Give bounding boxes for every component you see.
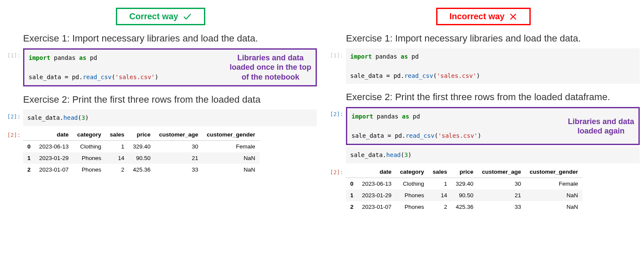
table-cell: 329.40 [129,140,155,152]
input-prompt: [1]: [4,48,23,59]
table-cell: 2023-01-29 [358,190,396,201]
table-header: price [129,129,155,141]
table-cell: 14 [106,152,129,164]
code-block: import pandas as pd sale_data = pd.read_… [346,48,640,84]
correct-title-text: Correct way [129,12,178,21]
table-cell: 30 [155,140,203,152]
row-index: 0 [23,140,35,152]
table-cell: 2023-01-07 [358,201,396,213]
code-cell-2: [2]: import pandas as pd sale_data = pd.… [327,107,640,163]
incorrect-title-text: Incorrect way [449,12,505,21]
table-cell: 1 [428,178,452,190]
dataframe-table: datecategorysalespricecustomer_agecustom… [23,129,260,175]
table-header [346,166,358,178]
table-header: category [396,166,428,178]
table-cell: 30 [478,178,526,190]
table-cell: 21 [155,152,203,164]
table-cell: NaN [203,152,260,164]
input-prompt: [1]: [327,48,346,59]
table-cell: 1 [106,140,129,152]
exercise-1-heading: Exercise 1: Import necessary libraries a… [346,33,640,44]
table-cell: 14 [428,190,452,201]
table-cell: Phones [396,190,428,201]
exercise-1-heading: Exercise 1: Import necessary libraries a… [23,33,317,44]
table-header: customer_age [155,129,203,141]
table-cell: 2 [428,201,452,213]
code-cell-1: [1]: import pandas as pd sale_data = pd.… [4,48,317,86]
table-header: sales [106,129,129,141]
table-cell: NaN [526,190,582,201]
table-cell: Clothing [73,140,106,152]
table-header [23,129,35,141]
code-block: sale_data.head(3) [346,147,640,163]
table-cell: 2023-01-07 [35,164,73,175]
table-header: price [452,166,478,178]
code-block: import pandas as pd sale_data = pd.read_… [347,108,638,144]
row-index: 2 [23,164,35,175]
annotation-box: import pandas as pd sale_data = pd.read_… [346,107,640,145]
table-cell: 329.40 [452,178,478,190]
table-header: category [73,129,106,141]
table-cell: 33 [478,201,526,213]
incorrect-title-box: Incorrect way [436,8,531,25]
table-header: sales [428,166,452,178]
input-prompt: [2]: [327,107,346,117]
right-column: Incorrect way Exercise 1: Import necessa… [327,4,640,214]
table-header: customer_age [478,166,526,178]
left-column: Correct way Exercise 1: Import necessary… [4,4,317,214]
table-cell: 2023-06-13 [35,140,73,152]
code-block: sale_data.head(3) [23,110,317,126]
table-cell: Phones [396,201,428,213]
row-index: 0 [346,178,358,190]
exercise-2-heading: Exercise 2: Print the first three rows f… [346,92,640,103]
table-header: customer_gender [203,129,260,141]
output-prompt: [2]: [4,128,23,138]
row-index: 1 [346,190,358,201]
table-cell: 2 [106,164,129,175]
correct-title-box: Correct way [116,8,205,25]
row-index: 1 [23,152,35,164]
row-index: 2 [346,201,358,213]
output-prompt: [2]: [327,165,346,175]
table-cell: Female [526,178,582,190]
table-header: date [35,129,73,141]
table-cell: 425.36 [129,164,155,175]
table-cell: 90.50 [452,190,478,201]
table-cell: Phones [73,164,106,175]
table-cell: Clothing [396,178,428,190]
exercise-2-heading: Exercise 2: Print the first three rows f… [23,94,317,105]
annotation-box: import pandas as pd sale_data = pd.read_… [23,48,317,86]
table-cell: 90.50 [129,152,155,164]
table-cell: 2023-06-13 [358,178,396,190]
table-cell: 2023-01-29 [35,152,73,164]
table-row: 12023-01-29Phones1490.5021NaN [346,190,582,201]
code-block: import pandas as pd sale_data = pd.read_… [24,50,316,85]
table-cell: NaN [203,164,260,175]
table-cell: Female [203,140,260,152]
table-cell: 425.36 [452,201,478,213]
table-header: date [358,166,396,178]
table-row: 22023-01-07Phones2425.3633NaN [346,201,582,213]
table-header: customer_gender [526,166,582,178]
table-cell: 33 [155,164,203,175]
check-icon [183,12,192,21]
table-row: 22023-01-07Phones2425.3633NaN [23,164,260,175]
output-cell: [2]: datecategorysalespricecustomer_agec… [327,165,640,213]
code-cell-2: [2]: sale_data.head(3) [4,110,317,126]
table-row: 02023-06-13Clothing1329.4030Female [346,178,582,190]
table-row: 12023-01-29Phones1490.5021NaN [23,152,260,164]
table-cell: Phones [73,152,106,164]
table-row: 02023-06-13Clothing1329.4030Female [23,140,260,152]
dataframe-table: datecategorysalespricecustomer_agecustom… [346,166,582,213]
output-cell: [2]: datecategorysalespricecustomer_agec… [4,128,317,175]
table-cell: NaN [526,201,582,213]
code-cell-1: [1]: import pandas as pd sale_data = pd.… [327,48,640,84]
cross-icon [509,12,517,21]
input-prompt: [2]: [4,110,23,120]
table-cell: 21 [478,190,526,201]
